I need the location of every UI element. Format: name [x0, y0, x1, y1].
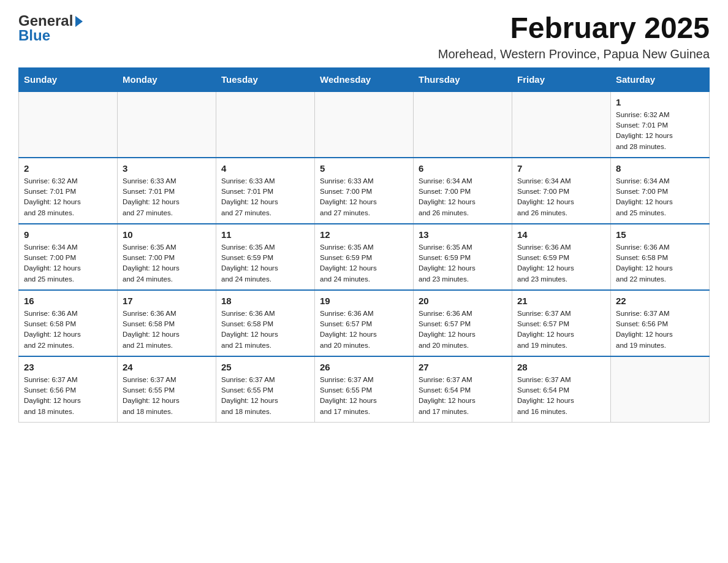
- calendar-day-cell: 6Sunrise: 6:34 AM Sunset: 7:00 PM Daylig…: [414, 158, 512, 224]
- calendar-day-cell: [315, 91, 414, 158]
- day-info: Sunrise: 6:35 AM Sunset: 7:00 PM Dayligh…: [123, 242, 211, 285]
- day-info: Sunrise: 6:34 AM Sunset: 7:00 PM Dayligh…: [24, 242, 112, 285]
- calendar-day-cell: [414, 91, 512, 158]
- day-number: 6: [419, 163, 507, 174]
- calendar-day-cell: 27Sunrise: 6:37 AM Sunset: 6:54 PM Dayli…: [414, 356, 512, 423]
- calendar-day-cell: 18Sunrise: 6:36 AM Sunset: 6:58 PM Dayli…: [216, 290, 315, 356]
- day-info: Sunrise: 6:33 AM Sunset: 7:01 PM Dayligh…: [123, 176, 211, 218]
- calendar-day-cell: [611, 356, 710, 423]
- weekday-header: Thursday: [414, 67, 512, 91]
- weekday-header: Sunday: [19, 67, 118, 91]
- day-info: Sunrise: 6:36 AM Sunset: 6:59 PM Dayligh…: [517, 242, 605, 285]
- title-block: February 2025 Morehead, Western Province…: [438, 12, 710, 61]
- day-number: 15: [616, 229, 704, 240]
- calendar-table: SundayMondayTuesdayWednesdayThursdayFrid…: [18, 67, 710, 423]
- day-number: 27: [419, 362, 507, 372]
- calendar-day-cell: 1Sunrise: 6:32 AM Sunset: 7:01 PM Daylig…: [611, 91, 710, 158]
- logo-blue-text: Blue: [18, 27, 50, 44]
- day-number: 18: [221, 296, 309, 306]
- calendar-week-row: 1Sunrise: 6:32 AM Sunset: 7:01 PM Daylig…: [19, 91, 710, 158]
- day-info: Sunrise: 6:32 AM Sunset: 7:01 PM Dayligh…: [24, 176, 112, 218]
- day-info: Sunrise: 6:37 AM Sunset: 6:55 PM Dayligh…: [320, 375, 408, 417]
- calendar-day-cell: [216, 91, 315, 158]
- calendar-week-row: 16Sunrise: 6:36 AM Sunset: 6:58 PM Dayli…: [19, 290, 710, 356]
- calendar-day-cell: 14Sunrise: 6:36 AM Sunset: 6:59 PM Dayli…: [512, 224, 611, 290]
- weekday-header-row: SundayMondayTuesdayWednesdayThursdayFrid…: [19, 67, 710, 91]
- calendar-day-cell: 2Sunrise: 6:32 AM Sunset: 7:01 PM Daylig…: [19, 158, 118, 224]
- calendar-day-cell: 7Sunrise: 6:34 AM Sunset: 7:00 PM Daylig…: [512, 158, 611, 224]
- calendar-day-cell: 5Sunrise: 6:33 AM Sunset: 7:00 PM Daylig…: [315, 158, 414, 224]
- day-info: Sunrise: 6:35 AM Sunset: 6:59 PM Dayligh…: [320, 242, 408, 285]
- day-info: Sunrise: 6:34 AM Sunset: 7:00 PM Dayligh…: [419, 176, 507, 218]
- day-number: 3: [123, 163, 211, 174]
- calendar-day-cell: [118, 91, 216, 158]
- calendar-day-cell: 21Sunrise: 6:37 AM Sunset: 6:57 PM Dayli…: [512, 290, 611, 356]
- day-info: Sunrise: 6:34 AM Sunset: 7:00 PM Dayligh…: [616, 176, 704, 218]
- day-number: 14: [517, 229, 605, 240]
- calendar-day-cell: 26Sunrise: 6:37 AM Sunset: 6:55 PM Dayli…: [315, 356, 414, 423]
- calendar-day-cell: 24Sunrise: 6:37 AM Sunset: 6:55 PM Dayli…: [118, 356, 216, 423]
- calendar-day-cell: 9Sunrise: 6:34 AM Sunset: 7:00 PM Daylig…: [19, 224, 118, 290]
- calendar-day-cell: 19Sunrise: 6:36 AM Sunset: 6:57 PM Dayli…: [315, 290, 414, 356]
- logo-arrow-icon: [75, 16, 83, 27]
- calendar-week-row: 2Sunrise: 6:32 AM Sunset: 7:01 PM Daylig…: [19, 158, 710, 224]
- day-number: 4: [221, 163, 309, 174]
- calendar-day-cell: 22Sunrise: 6:37 AM Sunset: 6:56 PM Dayli…: [611, 290, 710, 356]
- weekday-header: Monday: [118, 67, 216, 91]
- day-number: 10: [123, 229, 211, 240]
- logo: General Blue: [18, 12, 83, 44]
- day-number: 19: [320, 296, 408, 306]
- calendar-day-cell: [512, 91, 611, 158]
- day-number: 24: [123, 362, 211, 372]
- day-info: Sunrise: 6:36 AM Sunset: 6:58 PM Dayligh…: [616, 242, 704, 285]
- weekday-header: Friday: [512, 67, 611, 91]
- month-title: February 2025: [438, 12, 710, 45]
- page-header: General Blue February 2025 Morehead, Wes…: [18, 12, 710, 61]
- day-number: 9: [24, 229, 112, 240]
- day-number: 17: [123, 296, 211, 306]
- calendar-day-cell: [19, 91, 118, 158]
- calendar-day-cell: 16Sunrise: 6:36 AM Sunset: 6:58 PM Dayli…: [19, 290, 118, 356]
- day-info: Sunrise: 6:33 AM Sunset: 7:01 PM Dayligh…: [221, 176, 309, 218]
- day-info: Sunrise: 6:37 AM Sunset: 6:56 PM Dayligh…: [24, 375, 112, 417]
- day-number: 7: [517, 163, 605, 174]
- day-number: 26: [320, 362, 408, 372]
- calendar-day-cell: 4Sunrise: 6:33 AM Sunset: 7:01 PM Daylig…: [216, 158, 315, 224]
- day-number: 12: [320, 229, 408, 240]
- location-title: Morehead, Western Province, Papua New Gu…: [438, 47, 710, 61]
- calendar-day-cell: 3Sunrise: 6:33 AM Sunset: 7:01 PM Daylig…: [118, 158, 216, 224]
- day-info: Sunrise: 6:37 AM Sunset: 6:55 PM Dayligh…: [221, 375, 309, 417]
- calendar-day-cell: 25Sunrise: 6:37 AM Sunset: 6:55 PM Dayli…: [216, 356, 315, 423]
- day-info: Sunrise: 6:36 AM Sunset: 6:58 PM Dayligh…: [221, 308, 309, 351]
- calendar-day-cell: 10Sunrise: 6:35 AM Sunset: 7:00 PM Dayli…: [118, 224, 216, 290]
- day-number: 5: [320, 163, 408, 174]
- calendar-week-row: 23Sunrise: 6:37 AM Sunset: 6:56 PM Dayli…: [19, 356, 710, 423]
- day-info: Sunrise: 6:35 AM Sunset: 6:59 PM Dayligh…: [419, 242, 507, 285]
- day-info: Sunrise: 6:32 AM Sunset: 7:01 PM Dayligh…: [616, 110, 704, 152]
- calendar-day-cell: 20Sunrise: 6:36 AM Sunset: 6:57 PM Dayli…: [414, 290, 512, 356]
- day-info: Sunrise: 6:36 AM Sunset: 6:57 PM Dayligh…: [419, 308, 507, 351]
- day-info: Sunrise: 6:36 AM Sunset: 6:58 PM Dayligh…: [123, 308, 211, 351]
- day-number: 25: [221, 362, 309, 372]
- day-number: 23: [24, 362, 112, 372]
- day-number: 16: [24, 296, 112, 306]
- day-number: 22: [616, 296, 704, 306]
- day-info: Sunrise: 6:37 AM Sunset: 6:57 PM Dayligh…: [517, 308, 605, 351]
- weekday-header: Tuesday: [216, 67, 315, 91]
- calendar-day-cell: 28Sunrise: 6:37 AM Sunset: 6:54 PM Dayli…: [512, 356, 611, 423]
- day-number: 13: [419, 229, 507, 240]
- day-info: Sunrise: 6:37 AM Sunset: 6:56 PM Dayligh…: [616, 308, 704, 351]
- day-number: 2: [24, 163, 112, 174]
- calendar-day-cell: 12Sunrise: 6:35 AM Sunset: 6:59 PM Dayli…: [315, 224, 414, 290]
- day-info: Sunrise: 6:34 AM Sunset: 7:00 PM Dayligh…: [517, 176, 605, 218]
- calendar-day-cell: 11Sunrise: 6:35 AM Sunset: 6:59 PM Dayli…: [216, 224, 315, 290]
- day-info: Sunrise: 6:36 AM Sunset: 6:58 PM Dayligh…: [24, 308, 112, 351]
- day-number: 21: [517, 296, 605, 306]
- day-number: 8: [616, 163, 704, 174]
- day-number: 20: [419, 296, 507, 306]
- calendar-day-cell: 8Sunrise: 6:34 AM Sunset: 7:00 PM Daylig…: [611, 158, 710, 224]
- day-info: Sunrise: 6:33 AM Sunset: 7:00 PM Dayligh…: [320, 176, 408, 218]
- calendar-day-cell: 17Sunrise: 6:36 AM Sunset: 6:58 PM Dayli…: [118, 290, 216, 356]
- day-info: Sunrise: 6:36 AM Sunset: 6:57 PM Dayligh…: [320, 308, 408, 351]
- weekday-header: Wednesday: [315, 67, 414, 91]
